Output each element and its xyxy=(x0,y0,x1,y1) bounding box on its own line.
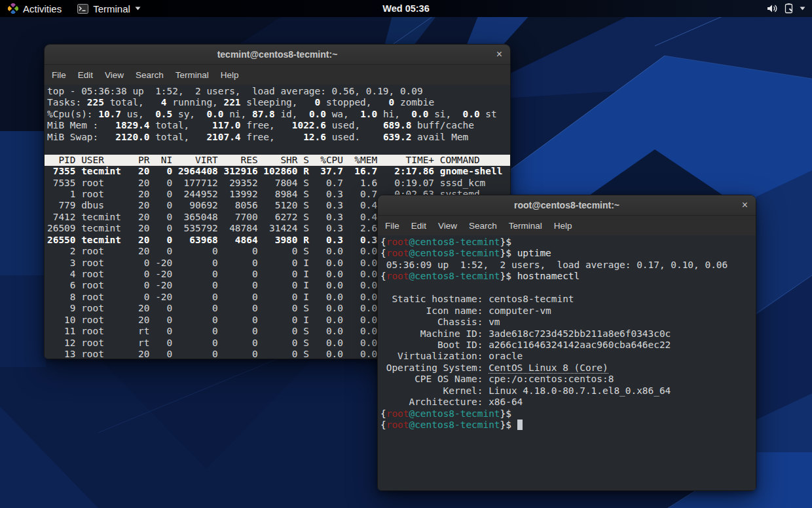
terminal-line: MiB Swap: 2120.0 total, 2107.4 free, 12.… xyxy=(45,132,510,143)
terminal-line: Architecture: x86-64 xyxy=(378,397,756,408)
terminal-line xyxy=(378,283,756,294)
terminal-line xyxy=(45,143,510,154)
terminal-line: CPE OS Name: cpe:/o:centos:centos:8 xyxy=(378,374,756,385)
menu-item-file[interactable]: File xyxy=(379,221,405,231)
terminal-line: Icon name: computer-vm xyxy=(378,305,756,317)
chevron-down-icon[interactable] xyxy=(800,7,805,10)
process-table-header: PID USER PR NI VIRT RES SHR S %CPU %MEM … xyxy=(45,155,510,166)
menu-item-search[interactable]: Search xyxy=(463,221,503,231)
terminal-line: {root@centos8-tecmint}$ xyxy=(378,408,756,420)
terminal-line: Machine ID: 3ade618c723d452bb211a8e6f034… xyxy=(378,328,756,340)
process-row: 7355 tecmint 20 0 2964408 312916 102860 … xyxy=(45,166,510,177)
window-titlebar[interactable]: root@centos8-tecmint:~ × xyxy=(378,195,756,216)
menu-item-help[interactable]: Help xyxy=(215,70,245,80)
close-icon[interactable]: × xyxy=(496,49,502,60)
menu-item-file[interactable]: File xyxy=(46,70,72,80)
centos-logo-icon xyxy=(8,3,18,14)
clock[interactable]: Wed 05:36 xyxy=(382,3,429,14)
top-bar: Activities Terminal Wed 05:36 xyxy=(0,0,812,17)
activities-button[interactable]: Activities xyxy=(5,3,64,14)
terminal-line: {root@centos8-tecmint}$ hostnamectl xyxy=(378,271,756,282)
window-title: tecmint@centos8-tecmint:~ xyxy=(217,49,338,60)
volume-icon[interactable] xyxy=(767,3,779,14)
activities-label: Activities xyxy=(23,3,62,14)
terminal-line: Virtualization: oracle xyxy=(378,351,756,362)
terminal-line: top - 05:36:38 up 1:52, 2 users, load av… xyxy=(45,86,510,97)
terminal-line: {root@centos8-tecmint}$ uptime xyxy=(378,248,756,259)
battery-icon[interactable] xyxy=(784,3,794,14)
terminal-line: Boot ID: a266c11646324142aac960cba646ec2… xyxy=(378,340,756,351)
app-menu-label: Terminal xyxy=(93,3,130,14)
terminal-line: Chassis: vm xyxy=(378,317,756,328)
window-titlebar[interactable]: tecmint@centos8-tecmint:~ × xyxy=(45,45,510,65)
terminal-line: %Cpu(s): 10.7 us, 0.5 sy, 0.0 ni, 87.8 i… xyxy=(45,109,510,120)
menu-item-search[interactable]: Search xyxy=(130,70,170,80)
menu-item-edit[interactable]: Edit xyxy=(72,70,99,80)
menu-item-terminal[interactable]: Terminal xyxy=(170,70,215,80)
menu-item-view[interactable]: View xyxy=(99,70,130,80)
close-icon[interactable]: × xyxy=(742,200,748,210)
process-row: 7535 root 20 0 177712 29352 7804 S 0.7 1… xyxy=(45,178,510,189)
terminal-line: Static hostname: centos8-tecmint xyxy=(378,294,756,305)
menu-bar: FileEditViewSearchTerminalHelp xyxy=(378,216,756,235)
terminal-line: Operating System: CentOS Linux 8 (Core) xyxy=(378,362,756,374)
terminal-app-icon xyxy=(77,4,88,14)
terminal-line: {root@centos8-tecmint}$ xyxy=(378,420,756,431)
terminal-line: 05:36:09 up 1:52, 2 users, load average:… xyxy=(378,260,756,271)
chevron-down-icon xyxy=(135,7,141,10)
menu-item-view[interactable]: View xyxy=(432,221,463,231)
menu-item-help[interactable]: Help xyxy=(548,221,578,231)
terminal-line: {root@centos8-tecmint}$ xyxy=(378,237,756,248)
app-menu-terminal[interactable]: Terminal xyxy=(77,3,141,14)
terminal-output: {root@centos8-tecmint}${root@centos8-tec… xyxy=(378,235,756,490)
terminal-line: MiB Mem : 1829.4 total, 117.0 free, 1022… xyxy=(45,120,510,131)
menu-item-edit[interactable]: Edit xyxy=(405,221,432,231)
menu-item-terminal[interactable]: Terminal xyxy=(503,221,548,231)
window-title: root@centos8-tecmint:~ xyxy=(514,200,619,210)
terminal-window-root: root@centos8-tecmint:~ × FileEditViewSea… xyxy=(377,195,756,491)
terminal-line: Tasks: 225 total, 4 running, 221 sleepin… xyxy=(45,97,510,108)
menu-bar: FileEditViewSearchTerminalHelp xyxy=(45,65,510,85)
terminal-line: Kernel: Linux 4.18.0-80.7.1.el8_0.x86_64 xyxy=(378,385,756,397)
